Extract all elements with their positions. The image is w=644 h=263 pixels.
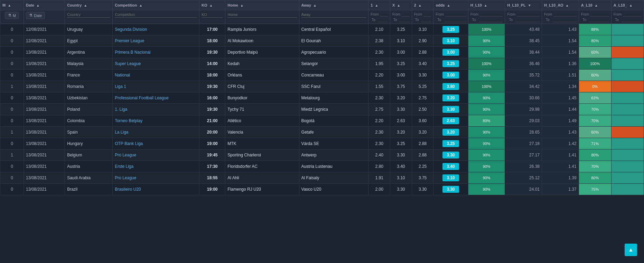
hl10ao-from-input[interactable] [553,12,576,17]
cell-competition[interactable]: Erste Liga [113,161,199,172]
cell-competition[interactable]: Pro League [113,149,199,161]
cell-competition[interactable]: Super League [113,58,199,70]
competition-link[interactable]: Pro League [115,175,136,180]
col-header-al10[interactable]: A_L10 ▲ [579,0,611,10]
cell-two: 3.30 [412,184,433,195]
cell-m: 0 [0,138,24,149]
col-header-hl10[interactable]: H_L10 ▲ [468,0,505,10]
x-to-input[interactable] [399,17,409,22]
competition-link[interactable]: Premier League [115,38,144,43]
hl10pl-to-input[interactable] [516,17,540,22]
odds-from-input[interactable] [445,12,466,17]
col-header-home[interactable]: Home ▲ [225,0,299,10]
cell-competition[interactable]: 1. Liga [113,104,199,115]
cell-competition[interactable]: Brasileiro U20 [113,184,199,195]
al10b-from-input[interactable] [623,12,642,17]
col-header-hl10pl[interactable]: H_L10_PL ▼ [505,0,542,10]
cell-date: 13/08/2021 [24,127,65,138]
away-filter-input[interactable] [301,12,366,18]
col-header-country[interactable]: Country ▲ [65,0,113,10]
col-header-hl10ao[interactable]: H_L10_AO ▲ [542,0,579,10]
cell-competition[interactable]: Segunda Division [113,24,199,35]
table-row: 0 13/08/2021 Malaysia Super League 14:00… [0,58,644,70]
cell-country: Hungary [65,138,113,149]
col-header-two[interactable]: 2 ▲ [412,0,433,10]
col-header-m[interactable]: M ▲ [0,0,24,10]
cell-al10b [611,58,644,70]
cell-two: 2.88 [412,47,433,58]
col-label-date: Date [26,3,34,7]
home-filter-input[interactable] [227,12,297,18]
col-header-competition[interactable]: Competition ▲ [113,0,199,10]
cell-country: France [65,70,113,81]
cell-one: 2.00 [368,184,390,195]
competition-link[interactable]: Primera B Nacional [115,50,150,55]
cell-al10: 75% [579,184,611,195]
cell-x: 3.30 [390,184,412,195]
competition-link[interactable]: Segunda Division [115,27,147,32]
cell-al10: 70% [579,104,611,115]
cell-competition[interactable]: OTP Bank Liga [113,138,199,149]
competition-link[interactable]: La Liga [115,130,128,135]
cell-hl10ao: 1.34 [542,81,579,92]
country-filter-input[interactable] [67,12,110,18]
cell-home: Rampla Juniors [225,24,299,35]
odds-to-input[interactable] [444,17,466,22]
hl10-from-input[interactable] [480,12,503,17]
competition-link[interactable]: Super League [115,61,141,66]
competition-link[interactable]: OTP Bank Liga [115,141,143,146]
competition-link[interactable]: Torneo Betplay [115,118,142,123]
competition-link[interactable]: Liga 1 [115,84,126,89]
cell-competition[interactable]: Torneo Betplay [113,115,199,127]
cell-m: 1 [0,127,24,138]
cell-ko: 17:30 [199,161,225,172]
one-to-input[interactable] [378,17,388,22]
col-header-ko[interactable]: KO ▲ [199,0,225,10]
hl10ao-to-input[interactable] [553,17,577,22]
al10b-to-input[interactable] [622,17,642,22]
m-filter-button[interactable]: ⚗ M [5,12,19,19]
competition-link[interactable]: Professional Football League [115,96,168,100]
cell-hl10ao: 1.54 [542,35,579,47]
cell-home: Orléans [225,70,299,81]
competition-link[interactable]: Erste Liga [115,164,133,169]
cell-al10: 70% [579,161,611,172]
date-filter-button[interactable]: ⚗ Date [26,12,45,19]
competition-link[interactable]: Pro League [115,153,136,157]
cell-competition[interactable]: Primera B Nacional [113,47,199,58]
col-header-al10b[interactable]: A_L10_ ▲ [611,0,644,10]
cell-hl10pl: 34.42 [505,81,542,92]
cell-competition[interactable]: La Liga [113,127,199,138]
cell-competition[interactable]: Professional Football League [113,92,199,104]
hl10-to-input[interactable] [479,17,503,22]
competition-link[interactable]: 1. Liga [115,107,127,112]
hl10-pct-badge: 90% [479,164,494,169]
cell-away: Metalourg [299,92,368,104]
hl10pl-from-input[interactable] [517,12,540,17]
cell-competition[interactable]: Pro League [113,172,199,184]
ko-filter-input[interactable] [202,12,223,18]
two-from-label: From [414,12,422,16]
cell-competition[interactable]: Liga 1 [113,81,199,92]
two-from-input[interactable] [423,12,431,17]
competition-link[interactable]: National [115,73,130,78]
al10-to-input[interactable] [589,17,609,22]
x-from-input[interactable] [402,12,409,17]
two-to-input[interactable] [421,17,431,22]
col-header-x[interactable]: X ▲ [390,0,412,10]
col-header-away[interactable]: Away ▲ [299,0,368,10]
cell-al10: 80% [579,35,611,47]
competition-filter-input[interactable] [115,12,197,18]
cell-competition[interactable]: National [113,70,199,81]
col-label-odds: odds [436,3,445,7]
al10-from-input[interactable] [590,12,609,17]
cell-competition[interactable]: Premier League [113,35,199,47]
one-from-input[interactable] [380,12,388,17]
al10-pct-badge: 71% [587,141,603,146]
col-header-date[interactable]: Date ▲ [24,0,65,10]
cell-one: 2.40 [368,149,390,161]
competition-link[interactable]: Brasileiro U20 [115,187,141,192]
col-header-one[interactable]: 1 ▲ [368,0,390,10]
col-header-odds[interactable]: odds ▲ [433,0,468,10]
sort-arrow-m: ▲ [8,3,11,7]
